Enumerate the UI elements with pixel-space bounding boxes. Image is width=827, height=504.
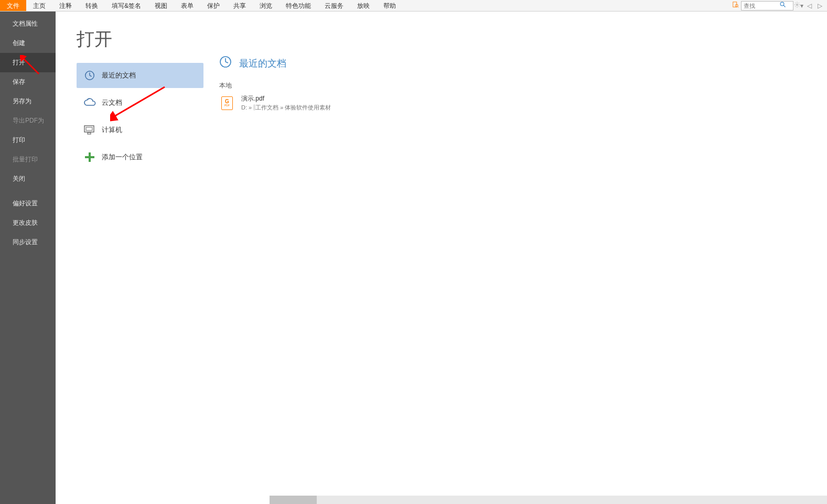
menu-tab-form[interactable]: 表单: [174, 0, 200, 11]
sidebar-item-save-as[interactable]: 另存为: [0, 92, 56, 111]
menu-tab-annotate[interactable]: 注释: [52, 0, 79, 11]
sidebar-item-skin[interactable]: 更改皮肤: [0, 213, 56, 233]
menu-tab-protect[interactable]: 保护: [200, 0, 227, 11]
menu-tab-convert[interactable]: 转换: [79, 0, 105, 11]
sidebar-item-open[interactable]: 打开: [0, 53, 56, 72]
location-label: 添加一个位置: [102, 152, 143, 162]
sidebar-item-print[interactable]: 打印: [0, 130, 56, 150]
location-cloud[interactable]: 云文档: [77, 90, 203, 115]
sidebar-item-export-pdf[interactable]: 导出PDF为: [0, 111, 56, 130]
menu-tab-features[interactable]: 特色功能: [279, 0, 318, 11]
horizontal-scrollbar[interactable]: [270, 496, 827, 504]
sidebar-item-properties[interactable]: 文档属性: [0, 12, 56, 34]
gear-icon[interactable]: ▾: [793, 1, 804, 10]
svg-line-20: [225, 62, 228, 63]
pdf-file-icon: GPDF: [221, 96, 233, 110]
svg-rect-13: [88, 133, 91, 134]
nav-back-icon[interactable]: ◁: [804, 1, 814, 10]
location-computer[interactable]: 计算机: [77, 117, 203, 143]
recent-doc-name: 演示.pdf: [241, 94, 331, 103]
location-recent[interactable]: 最近的文档: [77, 63, 203, 88]
sidebar-item-sync[interactable]: 同步设置: [0, 233, 56, 252]
sidebar-item-close[interactable]: 关闭: [0, 169, 56, 189]
clock-icon: [219, 56, 232, 71]
recent-doc-item[interactable]: GPDF 演示.pdf D: » 工作文档 » 体验软件使用素材: [219, 93, 817, 113]
recent-docs-heading-text: 最近的文档: [239, 57, 286, 70]
menu-tab-fill-sign[interactable]: 填写&签名: [105, 0, 148, 11]
recent-docs-heading: 最近的文档: [219, 56, 817, 71]
menu-tab-home[interactable]: 主页: [26, 0, 52, 11]
plus-icon: [83, 150, 96, 164]
main-menu: 文件 主页 注释 转换 填写&签名 视图 表单 保护 共享 浏览 特色功能 云服…: [0, 0, 827, 12]
open-locations-panel: 打开 最近的文档 云文档 计算机: [56, 12, 214, 504]
file-sidebar: 文档属性 创建 打开 保存 另存为 导出PDF为 打印 批量打印 关闭 偏好设置…: [0, 12, 56, 504]
scrollbar-thumb[interactable]: [270, 496, 317, 504]
page-title: 打开: [77, 27, 203, 51]
svg-line-4: [783, 5, 785, 7]
location-add[interactable]: 添加一个位置: [77, 145, 203, 170]
menu-tab-cloud[interactable]: 云服务: [318, 0, 350, 11]
menu-tab-present[interactable]: 放映: [350, 0, 377, 11]
svg-rect-12: [86, 127, 92, 130]
clock-icon: [83, 69, 96, 82]
recent-doc-text: 演示.pdf D: » 工作文档 » 体验软件使用素材: [241, 94, 331, 112]
svg-rect-15: [85, 156, 94, 158]
svg-line-2: [738, 6, 739, 7]
computer-icon: [83, 123, 96, 137]
svg-point-3: [780, 2, 784, 6]
recent-docs-panel: 最近的文档 本地 GPDF 演示.pdf D: » 工作文档 » 体验软件使用素…: [214, 12, 827, 504]
find-page-icon[interactable]: [731, 1, 741, 10]
sidebar-item-create[interactable]: 创建: [0, 34, 56, 53]
section-local-label: 本地: [219, 81, 817, 90]
cloud-icon: [83, 96, 96, 109]
top-right-tools: ▾ ◁ ▷: [731, 0, 827, 11]
menu-tab-help[interactable]: 帮助: [377, 0, 403, 11]
nav-forward-icon[interactable]: ▷: [814, 1, 825, 10]
location-label: 最近的文档: [102, 71, 136, 80]
sidebar-item-batch-print[interactable]: 批量打印: [0, 150, 56, 169]
menu-tab-share[interactable]: 共享: [227, 0, 253, 11]
menu-tab-view[interactable]: 视图: [148, 0, 174, 11]
menu-tab-file[interactable]: 文件: [0, 0, 26, 11]
sidebar-item-save[interactable]: 保存: [0, 72, 56, 92]
search-box[interactable]: [741, 1, 793, 10]
location-label: 云文档: [102, 98, 122, 107]
svg-point-5: [797, 4, 798, 5]
recent-doc-path: D: » 工作文档 » 体验软件使用素材: [241, 104, 331, 112]
search-icon[interactable]: [778, 2, 788, 9]
svg-line-10: [90, 75, 92, 76]
search-input[interactable]: [742, 3, 778, 9]
sidebar-item-preferences[interactable]: 偏好设置: [0, 194, 56, 213]
menu-tab-browse[interactable]: 浏览: [253, 0, 279, 11]
location-label: 计算机: [102, 125, 122, 135]
